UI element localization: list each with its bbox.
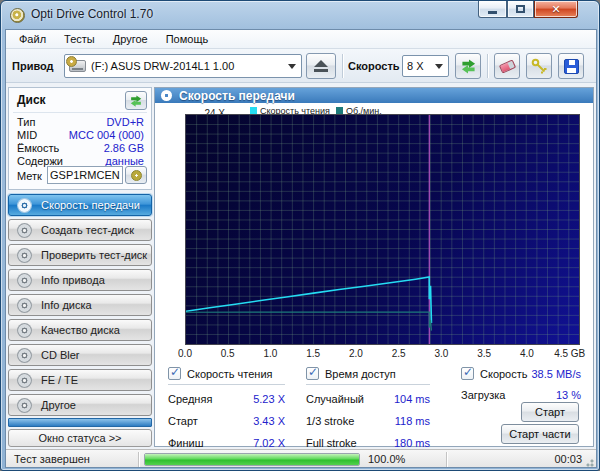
read-speed-checkbox[interactable] <box>168 367 181 380</box>
access-time-checkbox[interactable] <box>306 367 319 380</box>
disk-panel-title: Диск <box>17 93 46 107</box>
maximize-button[interactable] <box>507 1 534 18</box>
sidebar-item-disc-info[interactable]: Info диска <box>8 294 152 316</box>
status-text: Тест завершен <box>14 453 90 465</box>
menu-file[interactable]: Файл <box>10 31 55 47</box>
disc-icon <box>17 248 32 263</box>
chevron-down-icon <box>288 64 296 69</box>
progress-fill <box>145 454 359 465</box>
disc-icon <box>17 348 32 363</box>
x-tick-label: 3.0 <box>435 348 449 359</box>
eject-button[interactable] <box>306 53 336 79</box>
disc-icon <box>17 273 32 288</box>
status-window-button[interactable]: Окно статуса >> <box>8 429 152 447</box>
sidebar-item-label: CD Bler <box>41 349 80 361</box>
drive-select-value: (F:) ASUS DRW-2014L1 1.00 <box>91 60 234 72</box>
x-tick-label: 2.0 <box>349 348 363 359</box>
x-tick-label: 1.0 <box>264 348 278 359</box>
disc-icon <box>17 373 32 388</box>
speed-select[interactable]: 8 X <box>402 55 449 77</box>
disk-info-panel: Диск Тип DVD+R MID MCC 004 (000) Ёмкость… <box>8 87 152 190</box>
speed-select-value: 8 X <box>407 60 424 72</box>
status-window-button-label: Окно статуса >> <box>39 432 122 444</box>
sidebar-item-label: Другое <box>41 399 76 411</box>
x-tick-label: 2.5 <box>392 348 406 359</box>
panel-title: Скорость передачи <box>179 89 295 103</box>
progress-bar <box>144 453 360 466</box>
divider <box>168 384 285 385</box>
elapsed-time: 00:03 <box>554 453 582 465</box>
erase-disc-button[interactable] <box>494 53 520 79</box>
resize-grip[interactable] <box>584 457 594 467</box>
save-button[interactable] <box>558 53 584 79</box>
start-part-button[interactable]: Старт части <box>501 424 579 444</box>
sidebar-item-create-test-disc[interactable]: Создать тест-диск <box>8 219 152 241</box>
toolbar-separator <box>342 54 343 78</box>
refresh-button[interactable] <box>455 53 481 79</box>
stats-speed: Скорость 38.5 MB/s Загрузка13 % <box>461 366 581 403</box>
disc-icon <box>17 223 32 238</box>
maximize-icon <box>516 5 525 13</box>
drive-label: Привод <box>12 60 54 72</box>
menu-help[interactable]: Помощь <box>157 31 218 47</box>
x-tick-label: 4.0 <box>520 348 534 359</box>
sidebar-item-cd-bler[interactable]: CD Bler <box>8 344 152 366</box>
menu-tests[interactable]: Тесты <box>55 31 104 47</box>
sidebar-item-drive-info[interactable]: Info привода <box>8 269 152 291</box>
sidebar-item-label: FE / TE <box>41 374 78 386</box>
minimize-button[interactable] <box>478 1 507 18</box>
divider <box>138 452 139 467</box>
disc-icon <box>17 398 32 413</box>
sidebar-item-label: Скорость передачи <box>41 199 140 211</box>
speed-label: Скорость <box>348 60 400 72</box>
stats-title: Скорость чтения <box>187 368 273 380</box>
disk-row-capacity: Ёмкость 2.86 GB <box>17 142 144 154</box>
divider <box>13 112 147 113</box>
client-area: Файл Тесты Другое Помощь Привод (F:) ASU… <box>5 29 597 468</box>
app-window: Opti Drive Control 1.70 ✕ Файл Тесты Дру… <box>0 0 600 471</box>
disc-label-button[interactable] <box>125 166 147 184</box>
transfer-rate-panel: Скорость передачи Скорость чтения Об./ми… <box>154 87 594 447</box>
title-bar[interactable]: Opti Drive Control 1.70 ✕ <box>1 1 599 29</box>
disc-label-input[interactable] <box>47 166 123 184</box>
sidebar-item-transfer-rate[interactable]: Скорость передачи <box>8 194 152 216</box>
sidebar-item-label: Info привода <box>41 274 105 286</box>
stats-title: Скорость <box>480 368 528 380</box>
refresh-icon <box>460 59 477 74</box>
speed-checkbox[interactable] <box>461 367 474 380</box>
sidebar-item-disc-quality[interactable]: Качество диска <box>8 319 152 341</box>
minimize-icon <box>488 11 497 14</box>
sidebar-accent-strip <box>8 418 152 427</box>
legend-swatch <box>336 107 343 114</box>
menu-bar: Файл Тесты Другое Помощь <box>6 30 596 49</box>
toolbar: Привод (F:) ASUS DRW-2014L1 1.00 Скорост… <box>6 49 596 83</box>
registration-button[interactable] <box>526 53 552 79</box>
stats-access-time: Время доступ Случайный104 ms 1/3 stroke1… <box>306 366 430 451</box>
save-icon <box>564 59 579 74</box>
x-tick-label: 0.0 <box>178 348 192 359</box>
drive-icon <box>69 60 86 72</box>
transfer-rate-chart <box>185 114 580 345</box>
chevron-down-icon <box>435 64 443 69</box>
divider <box>446 452 447 467</box>
app-icon <box>10 8 25 23</box>
sidebar-item-other[interactable]: Другое <box>8 394 152 416</box>
disc-icon <box>17 198 32 213</box>
start-button[interactable]: Старт <box>521 402 579 422</box>
status-bar: Тест завершен 100.0% 00:03 <box>6 449 596 468</box>
gold-disc-icon <box>131 170 142 181</box>
sidebar-item-fe-te[interactable]: FE / TE <box>8 369 152 391</box>
x-tick-label: 3.5 <box>477 348 491 359</box>
window-title: Opti Drive Control 1.70 <box>31 7 153 21</box>
close-icon: ✕ <box>551 3 560 16</box>
drive-select[interactable]: (F:) ASUS DRW-2014L1 1.00 <box>64 54 302 78</box>
disk-refresh-button[interactable] <box>125 91 147 110</box>
menu-other[interactable]: Другое <box>104 31 157 47</box>
sidebar-item-verify-test-disc[interactable]: Проверить тест-диск <box>8 244 152 266</box>
sidebar-item-label: Info диска <box>41 299 92 311</box>
key-icon <box>531 58 547 74</box>
legend-swatch <box>250 107 257 114</box>
divider <box>306 384 430 385</box>
close-button[interactable]: ✕ <box>534 1 578 18</box>
toolbar-separator <box>487 54 488 78</box>
